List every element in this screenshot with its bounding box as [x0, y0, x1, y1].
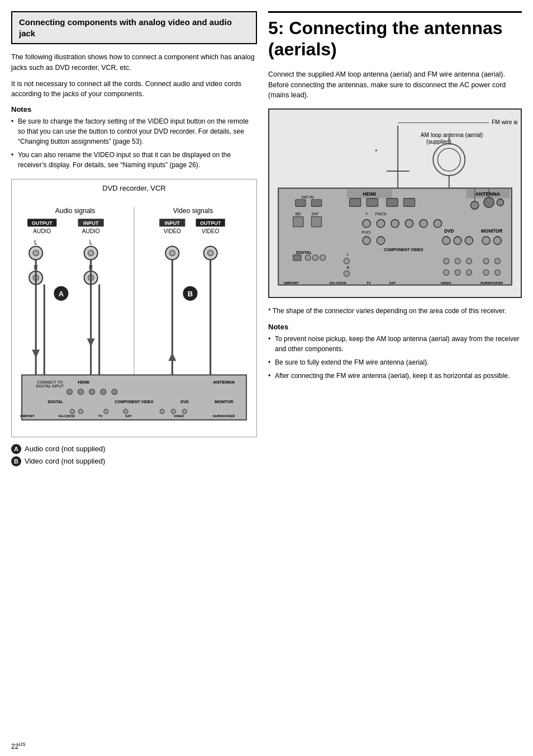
svg-text:DIGITAL: DIGITAL: [48, 400, 64, 404]
svg-text:AUDIO: AUDIO: [82, 228, 100, 234]
svg-text:SUBWOOFER: SUBWOOFER: [213, 414, 235, 418]
svg-text:Y: Y: [365, 212, 368, 216]
svg-point-71: [182, 409, 187, 414]
svg-point-117: [465, 237, 473, 244]
right-notes-heading: Notes: [268, 323, 522, 331]
svg-text:SUBWOOFER: SUBWOOFER: [480, 281, 503, 285]
cord-b-label: B Video cord (not supplied): [11, 455, 257, 467]
svg-point-54: [112, 389, 117, 395]
right-notes-section: Notes To prevent noise pickup, keep the …: [268, 323, 522, 381]
svg-text:L: L: [89, 239, 93, 245]
page-number: 22: [11, 743, 18, 750]
svg-point-53: [101, 389, 106, 395]
left-note-1: Be sure to change the factory setting of…: [11, 116, 257, 147]
svg-point-103: [363, 220, 370, 228]
svg-text:BD: BD: [296, 212, 301, 216]
svg-text:L: L: [346, 252, 349, 257]
dvd-connection-diagram: Audio signals Video signals OUTPUT INPUT…: [16, 196, 252, 431]
svg-text:*: *: [375, 149, 377, 155]
right-notes-list: To prevent noise pickup, keep the AM loo…: [268, 334, 522, 381]
left-body-text1: The following illustration shows how to …: [11, 52, 257, 73]
svg-text:COMPONENT VIDEO: COMPONENT VIDEO: [384, 248, 423, 252]
svg-point-65: [70, 409, 74, 414]
svg-text:ANTENNA: ANTENNA: [213, 380, 235, 385]
cord-a-label: A Audio cord (not supplied): [11, 443, 257, 455]
svg-text:DMPORT: DMPORT: [284, 281, 299, 285]
svg-text:B: B: [188, 290, 193, 298]
svg-point-80: [437, 148, 460, 171]
svg-text:AUDIO: AUDIO: [33, 228, 51, 234]
svg-point-109: [434, 220, 441, 228]
svg-rect-91: [350, 199, 361, 206]
svg-text:SAT IN: SAT IN: [301, 195, 313, 200]
page-number-area: 22US: [0, 741, 533, 756]
svg-text:INPUT: INPUT: [165, 220, 180, 226]
svg-text:DVD: DVD: [180, 400, 189, 404]
svg-text:Pr/Cr: Pr/Cr: [362, 230, 372, 235]
svg-point-127: [344, 258, 349, 264]
svg-point-111: [363, 237, 370, 244]
svg-point-30: [208, 250, 213, 256]
cord-a-text: Audio cord (not supplied): [25, 443, 106, 455]
svg-point-132: [466, 258, 472, 264]
svg-point-107: [405, 220, 413, 228]
svg-text:VIDEO: VIDEO: [164, 228, 181, 234]
left-notes-heading: Notes: [11, 105, 257, 114]
svg-text:COMPONENT VIDEO: COMPONENT VIDEO: [115, 400, 154, 404]
svg-text:DIGITAL INPUT: DIGITAL INPUT: [36, 384, 64, 388]
svg-point-138: [483, 270, 489, 275]
right-note-2: Be sure to fully extend the FM wire ante…: [268, 357, 522, 367]
svg-point-137: [466, 270, 472, 275]
cord-labels: A Audio cord (not supplied) B Video cord…: [11, 443, 257, 467]
svg-text:VIDEO: VIDEO: [440, 281, 451, 285]
diagram-title: DVD recorder, VCR: [16, 184, 252, 192]
svg-text:HDMI: HDMI: [363, 191, 375, 197]
right-note-1: To prevent noise pickup, keep the AM loo…: [268, 334, 522, 354]
section-title: Connecting components with analog video …: [19, 17, 249, 39]
svg-point-68: [123, 409, 128, 414]
svg-point-133: [483, 258, 489, 264]
svg-rect-97: [311, 200, 321, 206]
svg-rect-101: [311, 216, 321, 226]
svg-rect-94: [403, 199, 415, 206]
svg-point-18: [33, 250, 39, 256]
svg-marker-43: [87, 338, 95, 347]
chapter-title-line1: 5: Connecting the antennas (aerials): [268, 17, 522, 60]
svg-point-139: [494, 270, 500, 275]
svg-point-119: [482, 237, 490, 244]
svg-rect-99: [293, 216, 303, 226]
svg-point-106: [391, 220, 399, 228]
svg-text:HDMI: HDMI: [78, 380, 89, 385]
svg-point-134: [494, 258, 500, 264]
svg-rect-122: [293, 255, 301, 261]
svg-text:OUTPUT: OUTPUT: [200, 220, 221, 226]
b-icon: B: [11, 456, 21, 466]
left-note-2: You can also rename the VIDEO input so t…: [11, 150, 257, 170]
page-suffix: US: [18, 741, 26, 747]
svg-text:SA-CD/CD: SA-CD/CD: [59, 414, 75, 418]
svg-text:AM loop antenna (aerial): AM loop antenna (aerial): [421, 132, 483, 138]
dvd-diagram-box: DVD recorder, VCR Audio signals Video si…: [11, 179, 257, 437]
svg-point-51: [78, 389, 84, 395]
svg-point-66: [79, 409, 83, 414]
svg-text:VIDEO: VIDEO: [202, 228, 219, 234]
svg-point-88: [470, 201, 478, 209]
svg-rect-93: [387, 199, 398, 206]
a-icon: A: [11, 444, 21, 454]
svg-point-67: [104, 409, 108, 414]
right-column: 5: Connecting the antennas (aerials) Con…: [268, 11, 522, 730]
svg-text:OUTPUT: OUTPUT: [32, 220, 53, 226]
svg-text:Audio signals: Audio signals: [55, 207, 96, 215]
svg-text:MONITOR: MONITOR: [215, 400, 233, 404]
svg-text:DIGITAL: DIGITAL: [296, 251, 312, 255]
left-notes-section: Notes Be sure to change the factory sett…: [11, 105, 257, 170]
svg-rect-92: [367, 199, 378, 206]
svg-point-89: [484, 197, 494, 207]
svg-text:DVD: DVD: [444, 229, 454, 234]
svg-text:TV: TV: [367, 281, 372, 285]
svg-point-115: [442, 237, 450, 244]
svg-marker-42: [32, 349, 40, 358]
svg-point-125: [320, 255, 326, 261]
svg-point-129: [344, 271, 349, 276]
svg-text:SAT: SAT: [311, 212, 319, 216]
